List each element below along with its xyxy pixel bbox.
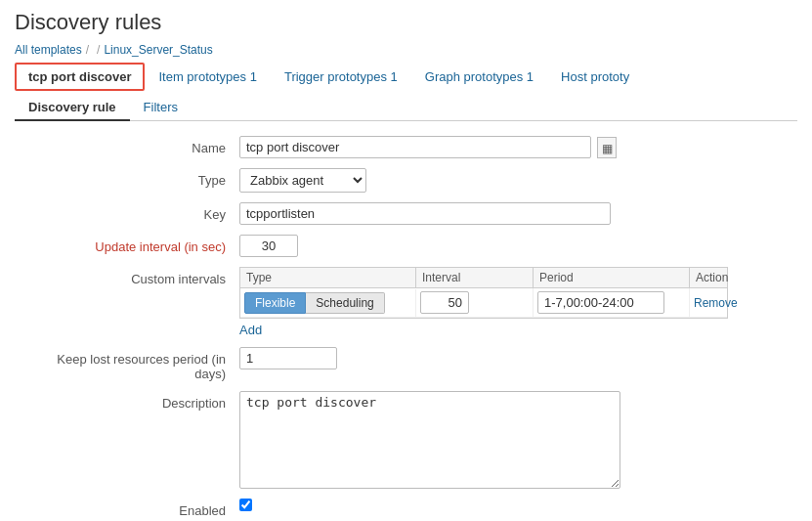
update-interval-input[interactable] [239, 235, 298, 257]
type-select[interactable]: Zabbix agent Zabbix agent (active) SNMP … [239, 168, 366, 193]
custom-intervals-table: Type Interval Period Action Flexible Sch… [239, 267, 728, 319]
description-textarea[interactable]: tcp port discover [239, 391, 620, 489]
custom-intervals-row: Custom intervals Type Interval Period Ac… [24, 267, 788, 337]
key-label: Key [24, 202, 239, 222]
enabled-control-wrap [239, 499, 788, 511]
update-interval-control-wrap [239, 235, 788, 257]
row-type-cell: Flexible Scheduling [240, 289, 416, 317]
remove-link[interactable]: Remove [694, 296, 738, 310]
update-interval-row: Update interval (in sec) [24, 235, 788, 257]
key-row: Key [24, 202, 788, 225]
keep-lost-label: Keep lost resources period (in days) [24, 347, 239, 381]
col-interval: Interval [416, 268, 534, 287]
breadcrumb-discovery-list[interactable]: Linux_Server_Status [104, 43, 212, 57]
description-control-wrap: tcp port discover [239, 391, 788, 489]
name-row: Name ▦ [24, 136, 788, 158]
name-input[interactable] [239, 136, 591, 158]
type-row: Type Zabbix agent Zabbix agent (active) … [24, 168, 788, 193]
key-control-wrap [239, 202, 788, 225]
col-action: Action [690, 268, 768, 287]
page-title: Discovery rules [15, 10, 797, 35]
sub-tabs: Discovery rule Filters [15, 95, 797, 121]
name-icon-btn[interactable]: ▦ [597, 137, 617, 158]
enabled-label: Enabled [24, 499, 239, 518]
type-btn-group: Flexible Scheduling [244, 292, 411, 314]
enabled-check-group [239, 499, 252, 511]
add-interval-link[interactable]: Add [239, 323, 262, 337]
btn-flexible[interactable]: Flexible [244, 292, 306, 314]
type-label: Type [24, 168, 239, 188]
period-input[interactable] [537, 291, 664, 314]
breadcrumb: All templates / / Linux_Server_Status [15, 43, 797, 57]
update-interval-label: Update interval (in sec) [24, 235, 239, 254]
subtab-filters[interactable]: Filters [130, 95, 192, 121]
top-tabs: tcp port discover Item prototypes 1 Trig… [15, 63, 797, 91]
tab-item-prototypes[interactable]: Item prototypes 1 [145, 63, 270, 91]
custom-intervals-header: Type Interval Period Action [240, 268, 727, 288]
enabled-row: Enabled [24, 499, 788, 518]
breadcrumb-sep-1: / [86, 43, 89, 57]
tab-tcp-port-discover[interactable]: tcp port discover [15, 63, 145, 91]
name-control-wrap: ▦ [239, 136, 788, 158]
custom-intervals-data-row: Flexible Scheduling Remov [240, 288, 727, 318]
keep-lost-input[interactable] [239, 347, 337, 369]
row-period-cell [534, 288, 690, 317]
description-row: Description tcp port discover [24, 391, 788, 489]
description-label: Description [24, 391, 239, 411]
btn-scheduling[interactable]: Scheduling [306, 292, 384, 314]
col-period: Period [534, 268, 690, 287]
name-label: Name [24, 136, 239, 155]
tab-trigger-prototypes[interactable]: Trigger prototypes 1 [271, 63, 411, 91]
col-type: Type [240, 268, 416, 287]
row-action-cell: Remove [690, 293, 768, 313]
keep-lost-row: Keep lost resources period (in days) [24, 347, 788, 381]
custom-intervals-control-wrap: Type Interval Period Action Flexible Sch… [239, 267, 788, 337]
breadcrumb-sep-2: / [97, 43, 100, 57]
keep-lost-control-wrap [239, 347, 788, 369]
enabled-checkbox[interactable] [239, 499, 252, 511]
form-section: Name ▦ Type Zabbix agent Zabbix agent (a… [15, 136, 797, 521]
row-interval-cell [416, 288, 534, 317]
tab-host-prototy[interactable]: Host prototy [547, 63, 643, 91]
subtab-discovery-rule[interactable]: Discovery rule [15, 95, 130, 121]
interval-value-input[interactable] [420, 291, 469, 314]
custom-intervals-label: Custom intervals [24, 267, 239, 286]
key-input[interactable] [239, 202, 611, 225]
breadcrumb-all-templates[interactable]: All templates [15, 43, 82, 57]
tab-graph-prototypes[interactable]: Graph prototypes 1 [411, 63, 547, 91]
type-control-wrap: Zabbix agent Zabbix agent (active) SNMP … [239, 168, 788, 193]
